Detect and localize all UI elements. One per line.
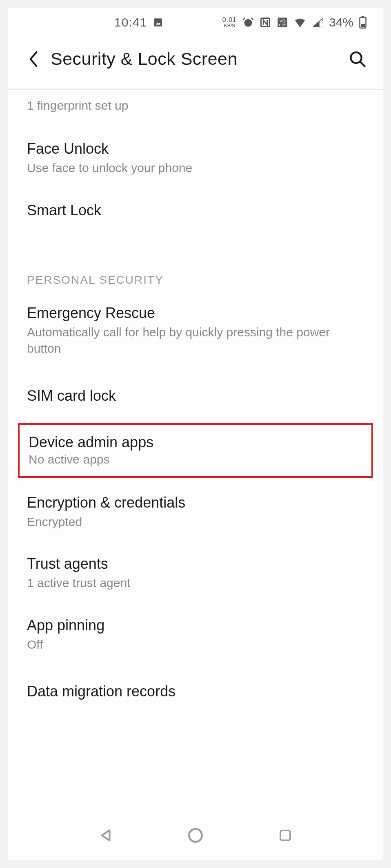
item-title: App pinning bbox=[27, 617, 364, 634]
item-encryption[interactable]: Encryption & credentials Encrypted bbox=[8, 483, 383, 544]
image-icon bbox=[153, 17, 163, 28]
item-title: Smart Lock bbox=[27, 202, 364, 219]
svg-marker-15 bbox=[102, 830, 110, 840]
section-personal-security: PERSONAL SECURITY bbox=[8, 233, 383, 293]
item-trust-agents[interactable]: Trust agents 1 active trust agent bbox=[8, 544, 383, 605]
fingerprint-status[interactable]: 1 fingerprint set up bbox=[8, 90, 383, 129]
item-sub: Use face to unlock your phone bbox=[27, 160, 364, 177]
item-sim-card-lock[interactable]: SIM card lock bbox=[8, 371, 383, 421]
item-sub: No active apps bbox=[29, 453, 362, 466]
item-sub: Automatically call for help by quickly p… bbox=[27, 324, 364, 357]
nav-recent[interactable] bbox=[275, 825, 295, 846]
volte-icon: Vo))LTE bbox=[277, 17, 288, 28]
svg-text:x: x bbox=[321, 18, 323, 22]
svg-rect-0 bbox=[154, 18, 162, 27]
settings-list: 1 fingerprint set up Face Unlock Use fac… bbox=[8, 90, 383, 714]
signal-icon: x bbox=[312, 18, 323, 27]
item-title: Trust agents bbox=[27, 555, 364, 572]
page-title: Security & Lock Screen bbox=[51, 49, 349, 69]
nav-back[interactable] bbox=[96, 825, 116, 846]
settings-screen: 10:41 0.01 KB/S Vo))LTE x bbox=[8, 8, 383, 860]
wifi-icon bbox=[294, 18, 306, 27]
svg-point-2 bbox=[244, 19, 252, 27]
item-title: SIM card lock bbox=[27, 387, 364, 404]
item-title: Face Unlock bbox=[27, 140, 364, 157]
network-speed: 0.01 KB/S bbox=[222, 17, 237, 28]
search-button[interactable] bbox=[349, 50, 367, 68]
svg-text:Vo)): Vo)) bbox=[279, 19, 286, 23]
item-device-admin-apps[interactable]: Device admin apps No active apps bbox=[18, 423, 373, 478]
status-left: 10:41 bbox=[114, 15, 163, 29]
item-app-pinning[interactable]: App pinning Off bbox=[8, 605, 383, 667]
item-sub: 1 fingerprint set up bbox=[27, 99, 364, 113]
battery-pct: 34% bbox=[329, 15, 353, 29]
item-title: Device admin apps bbox=[29, 434, 362, 451]
alarm-icon bbox=[242, 17, 254, 28]
svg-point-16 bbox=[189, 829, 202, 842]
item-smart-lock[interactable]: Smart Lock bbox=[8, 190, 383, 233]
item-sub: Off bbox=[27, 636, 364, 653]
status-bar: 10:41 0.01 KB/S Vo))LTE x bbox=[8, 8, 383, 37]
back-button[interactable] bbox=[25, 51, 42, 67]
item-face-unlock[interactable]: Face Unlock Use face to unlock your phon… bbox=[8, 129, 383, 190]
page-header: Security & Lock Screen bbox=[8, 37, 383, 90]
item-title: Emergency Rescue bbox=[27, 305, 364, 322]
svg-line-14 bbox=[360, 62, 365, 66]
item-sub: Encrypted bbox=[27, 514, 364, 530]
nav-home[interactable] bbox=[185, 825, 206, 846]
svg-text:LTE: LTE bbox=[279, 23, 286, 27]
svg-rect-12 bbox=[361, 24, 365, 27]
nav-bar bbox=[8, 811, 383, 860]
clock: 10:41 bbox=[114, 15, 147, 29]
item-title: Encryption & credentials bbox=[27, 494, 364, 511]
status-right: 0.01 KB/S Vo))LTE x 34% bbox=[222, 15, 367, 29]
item-data-migration[interactable]: Data migration records bbox=[8, 667, 383, 714]
battery-icon bbox=[359, 16, 367, 29]
item-sub: 1 active trust agent bbox=[27, 575, 364, 592]
svg-rect-11 bbox=[361, 16, 364, 18]
item-title: Data migration records bbox=[27, 683, 364, 700]
item-emergency-rescue[interactable]: Emergency Rescue Automatically call for … bbox=[8, 293, 383, 371]
svg-rect-17 bbox=[280, 830, 290, 840]
nfc-icon bbox=[260, 17, 271, 28]
